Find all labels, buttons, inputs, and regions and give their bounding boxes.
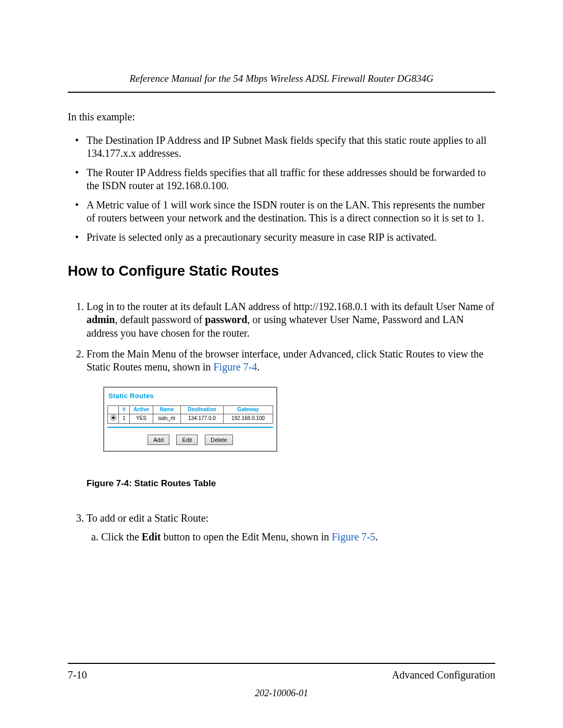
row-gateway: 192.168.0.100 [223,414,273,424]
footer-page-number: 7-10 [68,669,87,681]
section-heading: How to Configure Static Routes [68,263,495,280]
th-select [108,406,119,414]
row-destination: 134.177.0.0 [180,414,223,424]
footer-doc-number: 202-10006-01 [0,688,563,699]
step1-admin: admin [87,314,115,325]
row-number: 1 [119,414,130,424]
row-active: YES [130,414,153,424]
figure-7-4-xref: Figure 7-4 [213,361,257,373]
step3a-edit: Edit [142,531,161,542]
step3a-mid: button to open the Edit Menu, shown in [161,531,332,542]
step3a-post: . [375,531,378,542]
delete-button[interactable]: Delete [205,435,233,445]
step-item: Log in to the router at its default LAN … [87,298,495,346]
step1-text-pre: Log in to the router at its default LAN … [87,301,494,312]
step1-password: password [205,314,247,325]
step-item: To add or edit a Static Route: Click the… [87,510,495,550]
step1-text-mid: , default password of [115,314,205,325]
th-gateway: Gateway [223,406,273,414]
figure-7-4: Static Routes # Active Name Destination … [103,387,495,452]
static-routes-panel: Static Routes # Active Name Destination … [103,387,277,452]
step2-text-pre: From the Main Menu of the browser interf… [87,348,483,373]
step2-text-post: . [257,361,260,373]
add-button[interactable]: Add [148,435,169,445]
figure-caption: Figure 7-4: Static Routes Table [87,478,495,489]
panel-title: Static Routes [108,392,273,401]
bullet-item: A Metric value of 1 will work since the … [68,195,495,228]
radio-icon [111,415,116,421]
figure-7-5-xref: Figure 7-5 [332,531,375,542]
example-bullet-list: The Destination IP Address and IP Subnet… [68,131,495,247]
th-name: Name [153,406,181,414]
page-footer: 7-10 Advanced Configuration [68,663,495,681]
step-item: From the Main Menu of the browser interf… [87,346,495,510]
edit-button[interactable]: Edit [176,435,198,445]
steps-list: Log in to the router at its default LAN … [68,298,495,550]
step3a-pre: Click the [101,531,142,542]
intro-line: In this example: [68,110,495,124]
bullet-item: The Destination IP Address and IP Subnet… [68,131,495,163]
panel-divider [107,427,273,428]
th-destination: Destination [180,406,223,414]
footer-section-title: Advanced Configuration [392,669,495,681]
row-radio[interactable] [108,414,119,424]
substeps-list: Click the Edit button to open the Edit M… [87,529,495,545]
bullet-item: Private is selected only as a precaution… [68,228,495,247]
static-routes-table: # Active Name Destination Gateway 1 YES [107,405,273,424]
bullet-item: The Router IP Address fields specifies t… [68,163,495,195]
step3-text: To add or edit a Static Route: [87,512,209,524]
th-active: Active [130,406,153,414]
table-row: 1 YES isdn_rtr 134.177.0.0 192.168.0.100 [108,414,273,424]
th-number: # [119,406,130,414]
running-header: Reference Manual for the 54 Mbps Wireles… [68,73,495,93]
row-name: isdn_rtr [153,414,181,424]
substep-item: Click the Edit button to open the Edit M… [101,529,495,545]
